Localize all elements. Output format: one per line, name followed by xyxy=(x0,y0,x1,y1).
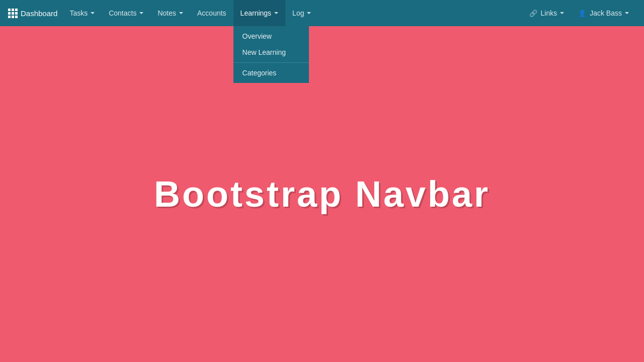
learnings-dropdown: Overview New Learning Categories xyxy=(233,26,309,83)
nav-right: 🔗 Links 👤 Jack Bass xyxy=(522,0,636,26)
page-title: Bootstrap Navbar xyxy=(154,173,490,215)
learnings-label: Learnings xyxy=(240,9,272,17)
notes-caret xyxy=(179,12,183,14)
tasks-caret xyxy=(91,12,95,14)
link-icon: 🔗 xyxy=(529,10,537,17)
nav-link-learnings[interactable]: Learnings xyxy=(233,0,286,26)
dropdown-divider xyxy=(233,62,309,63)
user-label: Jack Bass xyxy=(590,9,622,17)
dropdown-link-categories[interactable]: Categories xyxy=(233,65,309,81)
nav-item-notes: Notes xyxy=(150,0,190,26)
dropdown-link-new-learning[interactable]: New Learning xyxy=(233,44,309,60)
user-icon: 👤 xyxy=(578,10,586,17)
categories-label: Categories xyxy=(243,69,277,77)
accounts-label: Accounts xyxy=(197,9,226,17)
links-caret xyxy=(560,12,564,14)
nav-link-tasks[interactable]: Tasks xyxy=(62,0,102,26)
nav-link-user[interactable]: 👤 Jack Bass xyxy=(571,0,636,26)
links-label: Links xyxy=(541,9,557,17)
log-label: Log xyxy=(292,9,304,17)
nav-item-accounts: Accounts xyxy=(190,0,233,26)
dropdown-link-overview[interactable]: Overview xyxy=(233,28,309,44)
notes-label: Notes xyxy=(157,9,176,17)
dashboard-icon xyxy=(8,9,18,18)
contacts-caret xyxy=(139,12,143,14)
main-content: Bootstrap Navbar xyxy=(0,26,644,362)
nav-link-links[interactable]: 🔗 Links xyxy=(522,0,572,26)
log-caret xyxy=(307,12,311,14)
learnings-caret xyxy=(274,12,278,14)
overview-label: Overview xyxy=(243,32,272,40)
nav-link-contacts[interactable]: Contacts xyxy=(102,0,150,26)
nav-link-accounts[interactable]: Accounts xyxy=(190,0,233,26)
nav-items: Tasks Contacts Notes Accounts Learni xyxy=(62,0,522,26)
nav-link-notes[interactable]: Notes xyxy=(150,0,190,26)
contacts-label: Contacts xyxy=(109,9,136,17)
tasks-label: Tasks xyxy=(69,9,88,17)
nav-item-tasks: Tasks xyxy=(62,0,102,26)
dropdown-item-overview: Overview xyxy=(233,28,309,44)
new-learning-label: New Learning xyxy=(243,48,286,56)
user-caret xyxy=(625,12,629,14)
nav-item-contacts: Contacts xyxy=(102,0,150,26)
dropdown-item-new-learning: New Learning xyxy=(233,44,309,60)
nav-item-log: Log xyxy=(285,0,318,26)
navbar: Dashboard Tasks Contacts Notes Accounts xyxy=(0,0,644,26)
nav-link-log[interactable]: Log xyxy=(285,0,318,26)
nav-item-learnings: Learnings Overview New Learning xyxy=(233,0,286,26)
brand-label: Dashboard xyxy=(21,9,57,18)
navbar-brand[interactable]: Dashboard xyxy=(8,9,57,18)
dropdown-item-categories: Categories xyxy=(233,65,309,81)
